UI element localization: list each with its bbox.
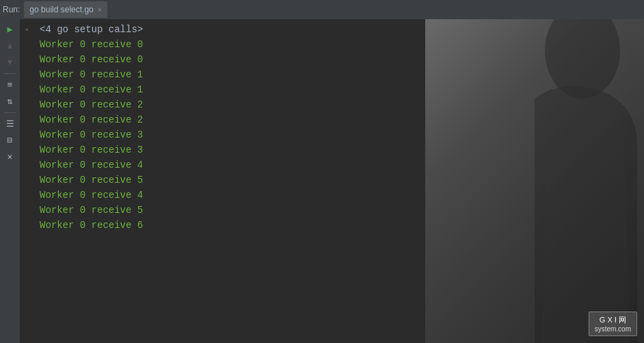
output-line: Worker 0 receive 4 xyxy=(37,157,425,173)
watermark-line2: system.com xyxy=(595,325,631,333)
output-line: Worker 0 receive 3 xyxy=(37,127,425,142)
output-line: Worker 0 receive 3 xyxy=(37,142,425,157)
up-icon: ▲ xyxy=(8,41,13,51)
output-line: Worker 0 receive 2 xyxy=(37,112,425,127)
console-output[interactable]: <4 go setup calls> Worker 0 receive 0Wor… xyxy=(34,19,425,343)
print-icon: ⊟ xyxy=(8,135,13,146)
output-line: Worker 0 receive 1 xyxy=(37,82,425,97)
play-icon: ▶ xyxy=(8,24,13,35)
output-line: Worker 0 receive 5 xyxy=(37,173,425,188)
output-lines-container: Worker 0 receive 0Worker 0 receive 0Work… xyxy=(37,37,425,233)
svg-point-0 xyxy=(545,19,620,99)
watermark-line1: G X I 网 xyxy=(595,315,631,325)
run-label: Run: xyxy=(3,5,20,14)
play-button[interactable]: ▶ xyxy=(3,22,18,37)
left-toolbar: ▶ ▲ ▼ ≡ ⇅ ☰ ⊟ ✕ xyxy=(0,19,21,343)
toolbar-separator-1 xyxy=(4,73,16,74)
output-line: Worker 0 receive 5 xyxy=(37,203,425,218)
output-header: <4 go setup calls> xyxy=(37,22,425,37)
fold-marker: ▸ xyxy=(25,25,29,34)
gutter-fold: ▸ xyxy=(25,22,29,37)
main-content: ▶ ▲ ▼ ≡ ⇅ ☰ ⊟ ✕ ▸ xyxy=(0,19,644,343)
fold-button[interactable]: ≡ xyxy=(3,77,18,92)
delete-button[interactable]: ✕ xyxy=(3,149,18,164)
output-line: Worker 0 receive 0 xyxy=(37,52,425,67)
run-tab[interactable]: go build select.go × xyxy=(24,1,107,18)
settings-button[interactable]: ☰ xyxy=(3,116,18,131)
up-button[interactable]: ▲ xyxy=(3,38,18,53)
console-area: ▸ <4 go setup calls> Worker 0 receive 0W… xyxy=(21,19,425,343)
tab-bar: Run: go build select.go × xyxy=(0,0,644,19)
output-line: Worker 0 receive 6 xyxy=(37,218,425,233)
align-button[interactable]: ⇅ xyxy=(3,94,18,109)
down-icon: ▼ xyxy=(8,58,13,68)
silhouette-svg xyxy=(425,19,644,343)
watermark: G X I 网 system.com xyxy=(589,312,637,336)
output-line: Worker 0 receive 4 xyxy=(37,188,425,203)
output-line: Worker 0 receive 0 xyxy=(37,37,425,52)
align-icon: ⇅ xyxy=(8,96,13,107)
header-text: <4 go setup calls> xyxy=(40,24,143,35)
down-button[interactable]: ▼ xyxy=(3,55,18,70)
output-line: Worker 0 receive 1 xyxy=(37,67,425,82)
tab-name: go build select.go xyxy=(29,5,93,14)
output-line: Worker 0 receive 2 xyxy=(37,97,425,112)
toolbar-separator-2 xyxy=(4,112,16,113)
delete-icon: ✕ xyxy=(8,151,13,162)
print-button[interactable]: ⊟ xyxy=(3,133,18,148)
fold-icon: ≡ xyxy=(8,80,13,90)
line-gutter: ▸ xyxy=(21,19,34,343)
tab-close-button[interactable]: × xyxy=(98,5,102,14)
settings-icon: ☰ xyxy=(6,118,14,129)
right-image-panel: G X I 网 system.com xyxy=(425,19,644,343)
